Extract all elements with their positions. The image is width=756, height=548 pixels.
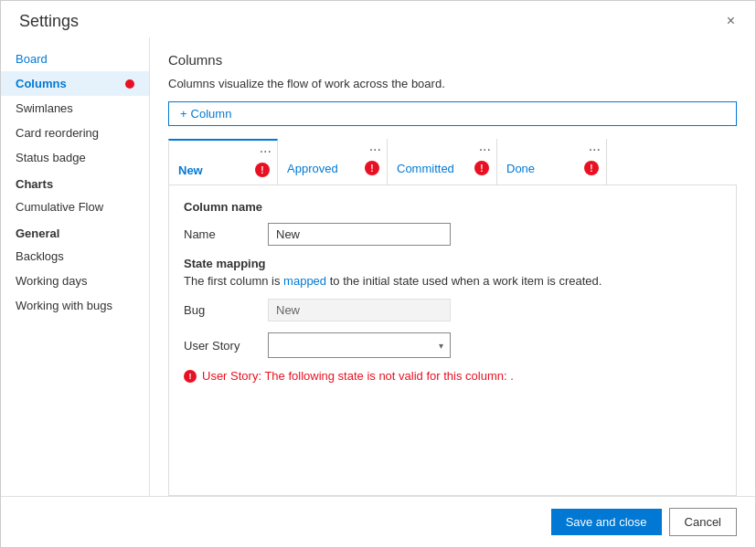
save-and-close-button[interactable]: Save and close xyxy=(551,509,662,535)
close-button[interactable]: × xyxy=(721,10,740,32)
col-tab-done-header: ··· xyxy=(497,139,606,157)
sidebar-item-working-days[interactable]: Working days xyxy=(1,269,149,293)
plus-icon: + xyxy=(180,107,187,121)
dialog-title: Settings xyxy=(19,12,79,31)
columns-tabs-wrapper: ··· New ! ··· Approved xyxy=(168,139,737,496)
col-tab-new-body: New ! xyxy=(169,159,277,184)
add-column-label: Column xyxy=(191,107,232,121)
column-tab-new[interactable]: ··· New ! xyxy=(168,139,278,184)
state-mapping-section: State mapping The first column is mapped… xyxy=(184,257,721,383)
sidebar-item-columns[interactable]: Columns xyxy=(1,71,149,96)
bug-value: New xyxy=(268,299,451,321)
col-tab-approved-dots[interactable]: ··· xyxy=(369,142,381,157)
col-tab-committed-name: Committed xyxy=(397,162,454,175)
columns-error-dot xyxy=(125,79,134,89)
col-tab-approved-body: Approved ! xyxy=(278,157,387,183)
columns-description: Columns visualize the flow of work acros… xyxy=(168,77,737,90)
name-label: Name xyxy=(184,227,257,241)
add-column-button[interactable]: + Column xyxy=(168,101,737,126)
col-committed-error: ! xyxy=(474,161,489,175)
description-text: Columns visualize the flow of work acros… xyxy=(168,77,445,90)
columns-section-title: Columns xyxy=(168,52,737,68)
general-section-label: General xyxy=(1,219,149,244)
settings-dialog: Settings × Board Columns Swimlanes Card … xyxy=(0,0,756,548)
user-story-dropdown-wrapper: Active New Resolved Closed ▾ xyxy=(268,332,451,358)
col-done-error: ! xyxy=(584,161,599,175)
col-tab-committed-header: ··· xyxy=(388,139,496,157)
sidebar-item-working-with-bugs[interactable]: Working with bugs xyxy=(1,293,149,318)
main-content: Columns Columns visualize the flow of wo… xyxy=(150,37,755,496)
cancel-button[interactable]: Cancel xyxy=(669,508,737,536)
sidebar-item-swimlanes[interactable]: Swimlanes xyxy=(1,96,149,121)
col-new-error: ! xyxy=(255,163,270,177)
col-tab-done-dots[interactable]: ··· xyxy=(589,142,601,157)
col-tab-new-dots[interactable]: ··· xyxy=(260,144,272,159)
user-story-row: User Story Active New Resolved Closed ▾ xyxy=(184,332,721,358)
col-tab-committed-body: Committed ! xyxy=(388,157,496,183)
error-icon: ! xyxy=(184,370,197,383)
sidebar-item-card-reordering[interactable]: Card reordering xyxy=(1,121,149,145)
sidebar-item-status-badge[interactable]: Status badge xyxy=(1,145,149,170)
state-mapping-title: State mapping xyxy=(184,257,721,270)
bug-label: Bug xyxy=(184,303,257,317)
user-story-error-message: ! User Story: The following state is not… xyxy=(184,369,721,383)
column-tab-approved[interactable]: ··· Approved ! xyxy=(278,139,388,184)
col-tab-approved-name: Approved xyxy=(287,162,338,175)
column-settings-panel: Column name Name State mapping The first… xyxy=(168,185,737,496)
sidebar-columns-label: Columns xyxy=(16,77,67,90)
user-story-select[interactable]: Active New Resolved Closed xyxy=(268,332,451,358)
col-tab-done-name: Done xyxy=(506,162,535,175)
mapping-link[interactable]: mapped xyxy=(283,274,326,288)
sidebar-item-backlogs[interactable]: Backlogs xyxy=(1,244,149,269)
column-name-input[interactable] xyxy=(268,223,451,246)
col-tab-new-name: New xyxy=(178,163,203,177)
column-tab-committed[interactable]: ··· Committed ! xyxy=(388,139,497,184)
state-mapping-desc: The first column is mapped to the initia… xyxy=(184,274,721,288)
dialog-footer: Save and close Cancel xyxy=(1,496,755,547)
sidebar-item-cumulative-flow[interactable]: Cumulative Flow xyxy=(1,195,149,219)
col-approved-error: ! xyxy=(365,161,379,175)
dialog-body: Board Columns Swimlanes Card reordering … xyxy=(1,37,755,496)
col-tab-committed-dots[interactable]: ··· xyxy=(479,142,491,157)
column-name-section-title: Column name xyxy=(184,200,721,214)
title-bar: Settings × xyxy=(1,1,755,37)
charts-section-label: Charts xyxy=(1,170,149,195)
user-story-label: User Story xyxy=(184,339,257,353)
col-tab-done-body: Done ! xyxy=(497,157,606,183)
bug-row: Bug New xyxy=(184,299,721,321)
col-tab-new-header: ··· xyxy=(169,141,277,159)
column-name-row: Name xyxy=(184,223,721,246)
column-tab-done[interactable]: ··· Done ! xyxy=(497,139,607,184)
sidebar-item-board[interactable]: Board xyxy=(1,47,149,71)
col-tab-approved-header: ··· xyxy=(278,139,387,157)
sidebar: Board Columns Swimlanes Card reordering … xyxy=(1,37,150,496)
state-mapping-desc-text: The first column is mapped to the initia… xyxy=(184,274,602,288)
error-text: User Story: The following state is not v… xyxy=(202,369,514,383)
columns-tabs: ··· New ! ··· Approved xyxy=(168,139,737,185)
